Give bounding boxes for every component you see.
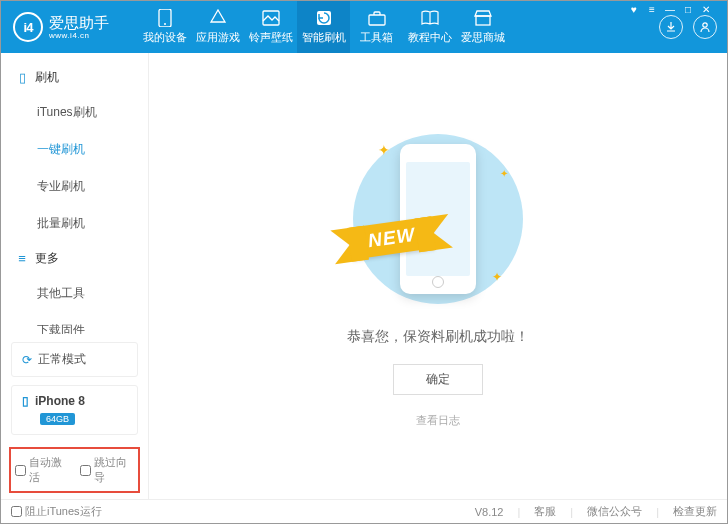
nav-label: 智能刷机 [302, 30, 346, 45]
sidebar: ▯ 刷机 iTunes刷机 一键刷机 专业刷机 批量刷机 ≡ 更多 其他工具 下… [1, 53, 149, 499]
sidebar-item-other-tools[interactable]: 其他工具 [1, 275, 148, 312]
sidebar-cat-more: ≡ 更多 [1, 242, 148, 275]
nav-label: 爱思商城 [461, 30, 505, 45]
device-storage-badge: 64GB [40, 413, 75, 425]
ok-button[interactable]: 确定 [393, 364, 483, 395]
sparkle-icon: ✦ [378, 142, 390, 158]
win-min-icon[interactable]: — [663, 4, 677, 15]
app-url: www.i4.cn [49, 32, 109, 40]
app-icon [209, 9, 227, 27]
download-button[interactable] [659, 15, 683, 39]
win-max-icon[interactable]: □ [681, 4, 695, 15]
footer-version: V8.12 [475, 506, 504, 518]
svg-rect-5 [476, 16, 490, 25]
more-icon: ≡ [15, 251, 29, 266]
footer-update[interactable]: 检查更新 [673, 504, 717, 519]
top-nav: 我的设备 应用游戏 铃声壁纸 智能刷机 工具箱 教程中心 爱思商城 [138, 1, 659, 53]
book-icon [421, 9, 439, 27]
app-name: 爱思助手 [49, 15, 109, 30]
svg-point-1 [164, 23, 166, 25]
success-message: 恭喜您，保资料刷机成功啦！ [347, 328, 529, 346]
nav-toolbox[interactable]: 工具箱 [350, 1, 403, 53]
sparkle-icon: ✦ [500, 168, 508, 179]
sidebar-item-pro-flash[interactable]: 专业刷机 [1, 168, 148, 205]
phone-icon [156, 9, 174, 27]
refresh-icon: ⟳ [22, 353, 32, 367]
phone-icon: ▯ [22, 394, 29, 408]
win-close-icon[interactable]: ✕ [699, 4, 713, 15]
check-auto-activate[interactable]: 自动激活 [15, 455, 70, 485]
view-log-link[interactable]: 查看日志 [416, 413, 460, 428]
footer: 阻止iTunes运行 V8.12 | 客服 | 微信公众号 | 检查更新 [1, 499, 727, 523]
footer-support[interactable]: 客服 [534, 504, 556, 519]
toolbox-icon [368, 9, 386, 27]
header: i4 爱思助手 www.i4.cn 我的设备 应用游戏 铃声壁纸 智能刷机 工具… [1, 1, 727, 53]
nav-label: 教程中心 [408, 30, 452, 45]
nav-label: 铃声壁纸 [249, 30, 293, 45]
wallpaper-icon [262, 9, 280, 27]
win-list-icon[interactable]: ≡ [645, 4, 659, 15]
sidebar-item-download-firmware[interactable]: 下载固件 [1, 312, 148, 334]
device-name: iPhone 8 [35, 394, 85, 408]
logo: i4 爱思助手 www.i4.cn [1, 12, 138, 42]
main-content: NEW ✦ ✦ ✦ 恭喜您，保资料刷机成功啦！ 确定 查看日志 [149, 53, 727, 499]
store-icon [474, 9, 492, 27]
sidebar-item-onekey-flash[interactable]: 一键刷机 [1, 131, 148, 168]
check-skip-guide[interactable]: 跳过向导 [80, 455, 135, 485]
device-box[interactable]: ▯ iPhone 8 64GB [11, 385, 138, 435]
nav-label: 工具箱 [360, 30, 393, 45]
logo-icon: i4 [13, 12, 43, 42]
nav-label: 我的设备 [143, 30, 187, 45]
nav-tutorial[interactable]: 教程中心 [403, 1, 456, 53]
check-block-itunes[interactable]: 阻止iTunes运行 [11, 504, 102, 519]
nav-my-device[interactable]: 我的设备 [138, 1, 191, 53]
svg-point-6 [703, 23, 707, 27]
nav-app-games[interactable]: 应用游戏 [191, 1, 244, 53]
mode-box[interactable]: ⟳ 正常模式 [11, 342, 138, 377]
sidebar-item-itunes-flash[interactable]: iTunes刷机 [1, 94, 148, 131]
nav-ring-wallpaper[interactable]: 铃声壁纸 [244, 1, 297, 53]
footer-wechat[interactable]: 微信公众号 [587, 504, 642, 519]
user-button[interactable] [693, 15, 717, 39]
success-illustration: NEW ✦ ✦ ✦ [338, 124, 538, 314]
bottom-checks-highlight: 自动激活 跳过向导 [9, 447, 140, 493]
phone-icon: ▯ [15, 70, 29, 85]
sidebar-item-batch-flash[interactable]: 批量刷机 [1, 205, 148, 242]
sparkle-icon: ✦ [492, 270, 502, 284]
flash-icon [315, 9, 333, 27]
sidebar-cat-flash: ▯ 刷机 [1, 61, 148, 94]
svg-rect-4 [369, 15, 385, 25]
nav-store[interactable]: 爱思商城 [456, 1, 509, 53]
win-menu-icon[interactable]: ♥ [627, 4, 641, 15]
nav-smart-flash[interactable]: 智能刷机 [297, 1, 350, 53]
nav-label: 应用游戏 [196, 30, 240, 45]
